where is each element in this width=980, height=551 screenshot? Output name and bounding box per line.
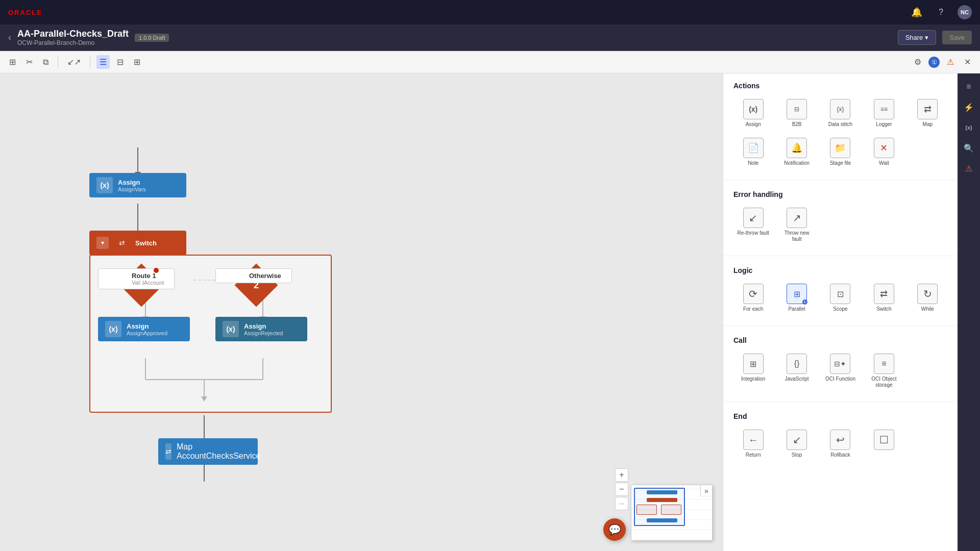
action-switch[interactable]: ⇄ Switch [864,281,903,315]
cut-button[interactable]: ✂ [23,55,36,69]
scope-action-icon: ⊡ [830,284,850,304]
switch-icon: ⇄ [114,235,130,251]
logger-action-label: Logger [876,121,892,128]
rethrow-action-label: Re-throw fault [738,230,769,236]
end-blank-action-icon: ☐ [874,430,894,450]
zoom-out-button[interactable]: − [615,483,628,496]
rethrow-action-icon: ↙ [743,208,764,228]
action-throw-new[interactable]: ↗ Throw new fault [777,205,816,245]
zoom-in-button[interactable]: + [615,468,628,482]
map-sub: AccountChecksService [177,452,261,461]
action-parallel[interactable]: ⊞ ↻ Parallel [777,281,816,315]
end-section: End ← Return ↙ Stop ↩ Rollback ☐ [723,404,958,469]
assign-node-3[interactable]: (x) Assign AssignRejected [215,317,307,341]
switch-toggle-button[interactable]: ▾ [96,237,109,249]
javascript-action-label: JavaScript [785,376,809,382]
action-for-each[interactable]: ⟳ For each [733,281,773,315]
version-badge: 1.0.0 Draft [135,34,169,42]
close-button[interactable]: ✕ [961,55,974,69]
more-options-button[interactable]: ··· [615,497,628,510]
strip-filter-button[interactable]: (x) [960,118,978,137]
action-javascript[interactable]: {} JavaScript [777,350,816,391]
assign-action-label: Assign [746,121,761,128]
action-oci-function[interactable]: ⊟✦ OCI Function [821,350,860,391]
scope-action-label: Scope [833,306,847,312]
strip-properties-button[interactable]: ≡ [960,78,978,96]
action-while[interactable]: ↻ While [908,281,947,315]
toolbar-separator-2 [90,56,90,68]
action-assign[interactable]: (x) Assign [733,96,773,131]
save-button[interactable]: Save [942,31,972,44]
action-notification[interactable]: 🔔 Notification [777,135,816,169]
actions-section: Actions (x) Assign ⊟ B2B {x} Data stitch… [723,73,958,178]
project-title: AA-Parallel-Checks_Draft [17,29,129,39]
action-logger[interactable]: ≡≡ Logger [864,96,903,131]
assign-node-2[interactable]: (x) Assign AssignApproved [98,317,190,341]
settings-button[interactable]: ⚙ [911,55,924,69]
action-stage-file[interactable]: 📁 Stage file [821,135,860,169]
route-1-number: 1 [126,270,157,300]
switch-header[interactable]: ▾ ⇄ Switch [89,231,186,255]
info-button[interactable]: ① [928,57,940,68]
call-title: Call [733,336,947,344]
help-button[interactable]: ? [937,6,945,19]
action-end-blank[interactable]: ☐ [864,427,903,461]
strip-notification-button[interactable]: ⚡ [960,98,978,116]
action-end-stop[interactable]: ↙ Stop [777,427,816,461]
for-each-action-label: For each [743,306,763,312]
end-rollback-action-icon: ↩ [830,430,850,450]
warning-button[interactable]: ⚠ [944,55,957,69]
copy-button[interactable]: ⧉ [40,56,52,69]
end-grid: ← Return ↙ Stop ↩ Rollback ☐ [733,427,947,461]
action-end-rollback[interactable]: ↩ Rollback [821,427,860,461]
chat-button[interactable]: 💬 [603,518,626,541]
back-button[interactable]: ‹ [8,32,11,43]
map-icon: ⇄ [165,443,172,460]
end-return-action-label: Return [746,452,761,458]
divider-3 [723,325,958,326]
notifications-button[interactable]: 🔔 [909,5,924,20]
notification-action-label: Notification [784,160,809,166]
share-button[interactable]: Share ▾ [898,30,937,45]
flow-canvas[interactable]: (x) Assign AssignVars ▾ ⇄ Switch 1 Route [0,73,723,551]
assign-node-1[interactable]: (x) Assign AssignVars [89,173,186,197]
actions-grid: (x) Assign ⊟ B2B {x} Data stitch ≡≡ Logg… [733,96,947,169]
stage-file-action-label: Stage file [830,160,851,166]
assign-sub-2: AssignApproved [127,330,167,336]
error-handling-title: Error handling [733,190,947,198]
logic-section: Logic ⟳ For each ⊞ ↻ Parallel ⊡ Scope [723,258,958,323]
view-list-button[interactable]: ☰ [96,55,110,69]
action-data-stitch[interactable]: {x} Data stitch [821,96,860,131]
integration-action-label: Integration [741,376,765,382]
action-integration[interactable]: ⊞ Integration [733,350,773,391]
select-tool-button[interactable]: ⊞ [6,55,19,69]
assign-action-icon: (x) [743,99,764,119]
mini-map: » [631,485,713,541]
view-grid-button[interactable]: ⊞ [131,55,143,69]
switch-action-icon: ⇄ [874,284,894,304]
toolbar-separator-1 [58,56,58,68]
view-split-button[interactable]: ⊟ [114,55,127,69]
notification-action-icon: 🔔 [787,138,807,158]
assign-icon-2: (x) [105,321,121,337]
strip-alert-button[interactable]: ⚠ [960,159,978,178]
assign-sub-3: AssignRejected [244,330,283,336]
action-scope[interactable]: ⊡ Scope [821,281,860,315]
action-note[interactable]: 📄 Note [733,135,773,169]
action-end-return[interactable]: ← Return [733,427,773,461]
action-rethrow[interactable]: ↙ Re-throw fault [733,205,773,245]
note-action-icon: 📄 [743,138,764,158]
action-wait[interactable]: ✕ Wait [864,135,903,169]
action-b2b[interactable]: ⊟ B2B [777,96,816,131]
map-label: Map [177,442,261,452]
integration-action-icon: ⊞ [743,354,764,374]
data-stitch-action-label: Data stitch [828,121,852,128]
action-map[interactable]: ⇄ Map [908,96,947,131]
minimap-expand-button[interactable]: » [701,485,712,496]
action-oci-object-storage[interactable]: ≡ OCI Object storage [864,350,903,391]
parallel-action-label: Parallel [788,306,805,312]
throw-new-action-label: Throw new fault [779,230,814,242]
collapse-button[interactable]: ↙↗ [64,55,84,69]
strip-search-button[interactable]: 🔍 [960,139,978,157]
map-node[interactable]: ⇄ Map AccountChecksService [158,438,258,465]
